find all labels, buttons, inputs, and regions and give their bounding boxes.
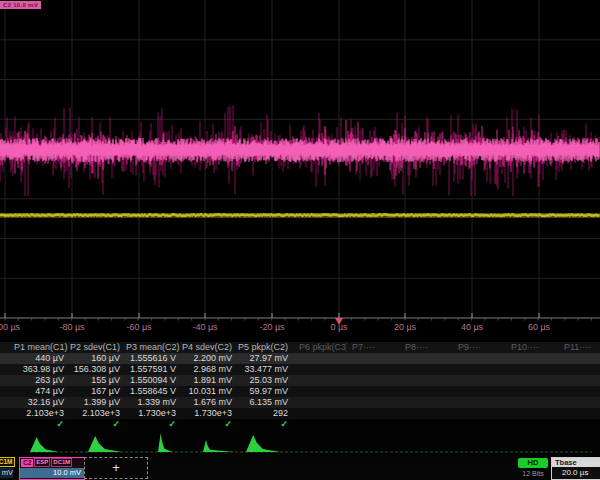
param-p9-stat-0: [453, 353, 506, 364]
hd-mode-badge[interactable]: HD: [518, 458, 548, 468]
param-p6-stat-2: [294, 375, 347, 386]
param-header-p1[interactable]: P1 mean(C1): [14, 342, 70, 353]
param-p5-status: ✓: [238, 419, 294, 430]
param-p10-stat-3: [506, 386, 559, 397]
time-axis-tick-label-6: 20 µs: [394, 322, 416, 332]
param-p10-stat-1: [506, 364, 559, 375]
param-p8-stat-5: [400, 408, 453, 419]
time-axis-tick-label-0: -100 µs: [0, 322, 20, 332]
param-p2-stat-2: 155 µV: [70, 375, 126, 386]
c1-vdiv-value: 10.0 mV: [0, 468, 13, 478]
time-axis-tick-label-3: -40 µs: [192, 322, 217, 332]
waveform-svg: [0, 0, 600, 342]
c2-descriptor-box[interactable]: C2 ESP DC1M 10.0 mV: [19, 457, 85, 480]
param-header-p3[interactable]: P3 mean(C2): [126, 342, 182, 353]
param-p2-stat-0: 160 µV: [70, 353, 126, 364]
time-axis-tick-label-7: 40 µs: [461, 322, 483, 332]
param-header-p7[interactable]: P7····: [347, 342, 400, 353]
c2-vdiv-value: 10.0 mV: [20, 468, 84, 478]
histicon-svg: [0, 430, 600, 456]
timebase-descriptor-box[interactable]: Tbase 20.0 µs: [551, 457, 600, 480]
measurement-table: P1 mean(C1)P2 sdev(C1)P3 mean(C2)P4 sdev…: [0, 342, 600, 430]
time-axis-tick-label-1: -80 µs: [59, 322, 84, 332]
param-p5-stat-0: 27.97 mV: [238, 353, 294, 364]
param-p2-stat-1: 156.308 µV: [70, 364, 126, 375]
param-p7-stat-2: [347, 375, 400, 386]
time-axis-tick-label-5: 0 µs: [330, 322, 347, 332]
c2-channel-label: C2: [21, 459, 33, 467]
param-header-p2[interactable]: P2 sdev(C1): [70, 342, 126, 353]
top-left-trace-badge: C2 10.0 mV: [0, 1, 41, 9]
param-p8-stat-3: [400, 386, 453, 397]
c1-coupling-badge: DC1M: [0, 457, 15, 467]
param-p2-status: ✓: [70, 419, 126, 430]
param-p3-status: ✓: [126, 419, 182, 430]
param-p11-stat-1: [559, 364, 600, 375]
param-p4-status: ✓: [182, 419, 238, 430]
param-header-p11[interactable]: P11····: [559, 342, 600, 353]
timebase-label: Tbase: [552, 458, 600, 467]
param-table-row: 474 µV167 µV1.558645 V10.031 mV59.97 mV: [0, 386, 600, 397]
param-p10-stat-4: [506, 397, 559, 408]
param-p8-stat-2: [400, 375, 453, 386]
param-p2-stat-3: 167 µV: [70, 386, 126, 397]
param-p1-stat-1: 363.98 µV: [14, 364, 70, 375]
param-p5-stat-1: 33.477 mV: [238, 364, 294, 375]
param-p1-stat-3: 474 µV: [14, 386, 70, 397]
param-p7-stat-3: [347, 386, 400, 397]
param-table-row: P1 mean(C1)P2 sdev(C1)P3 mean(C2)P4 sdev…: [0, 342, 600, 353]
param-p2-stat-5: 2.103e+3: [70, 408, 126, 419]
param-p5-stat-3: 59.97 mV: [238, 386, 294, 397]
param-header-p5[interactable]: P5 pkpk(C2): [238, 342, 294, 353]
param-p6-stat-3: [294, 386, 347, 397]
param-p11-stat-0: [559, 353, 600, 364]
param-p11-stat-5: [559, 408, 600, 419]
param-p6-stat-1: [294, 364, 347, 375]
param-header-p6[interactable]: P6 pkpk(C3): [294, 342, 347, 353]
param-header-p4[interactable]: P4 sdev(C2): [182, 342, 238, 353]
param-p3-stat-5: 1.730e+3: [126, 408, 182, 419]
param-table-row: ✓✓✓✓✓: [0, 419, 600, 430]
waveform-grid: C2 10.0 mV -100 µs-80 µs-60 µs-40 µs-20 …: [0, 0, 600, 342]
param-p6-stat-0: [294, 353, 347, 364]
param-header-p10[interactable]: P10····: [506, 342, 559, 353]
param-table-row: 32.16 µV1.399 µV1.339 mV1.676 mV6.135 mV: [0, 397, 600, 408]
param-p7-stat-1: [347, 364, 400, 375]
param-p1-stat-2: 263 µV: [14, 375, 70, 386]
param-p9-stat-4: [453, 397, 506, 408]
timebase-value: 20.0 µs: [552, 467, 600, 478]
param-header-p8[interactable]: P8····: [400, 342, 453, 353]
param-table-row: 263 µV155 µV1.550094 V1.891 mV25.03 mV: [0, 375, 600, 386]
param-p9-stat-3: [453, 386, 506, 397]
param-p4-stat-4: 1.676 mV: [182, 397, 238, 408]
param-p9-stat-2: [453, 375, 506, 386]
param-p11-stat-3: [559, 386, 600, 397]
param-p8-stat-0: [400, 353, 453, 364]
param-p4-stat-0: 2.200 mV: [182, 353, 238, 364]
c2-esp-badge: ESP: [34, 458, 50, 467]
param-p1-stat-4: 32.16 µV: [14, 397, 70, 408]
param-p10-stat-2: [506, 375, 559, 386]
param-p4-stat-2: 1.891 mV: [182, 375, 238, 386]
param-p4-stat-3: 10.031 mV: [182, 386, 238, 397]
param-p11-status: [559, 419, 600, 430]
c1-descriptor-box[interactable]: DC1M 10.0 mV: [0, 457, 18, 479]
param-p3-stat-4: 1.339 mV: [126, 397, 182, 408]
param-p3-stat-1: 1.557591 V: [126, 364, 182, 375]
param-header-p9[interactable]: P9····: [453, 342, 506, 353]
c2-descriptor-badges: C2 ESP DC1M: [20, 458, 84, 467]
param-p5-stat-2: 25.03 mV: [238, 375, 294, 386]
param-p5-stat-4: 6.135 mV: [238, 397, 294, 408]
param-table-row: 440 µV160 µV1.555616 V2.200 mV27.97 mV: [0, 353, 600, 364]
param-p6-stat-5: [294, 408, 347, 419]
param-p6-status: [294, 419, 347, 430]
param-p5-stat-5: 292: [238, 408, 294, 419]
param-p2-stat-4: 1.399 µV: [70, 397, 126, 408]
add-trace-button[interactable]: +: [84, 457, 148, 479]
time-axis-tick-label-8: 60 µs: [528, 322, 550, 332]
param-p9-stat-5: [453, 408, 506, 419]
param-p1-stat-5: 2.103e+3: [14, 408, 70, 419]
histicon-strip: [0, 430, 600, 456]
param-p4-stat-5: 1.730e+3: [182, 408, 238, 419]
param-p7-stat-0: [347, 353, 400, 364]
